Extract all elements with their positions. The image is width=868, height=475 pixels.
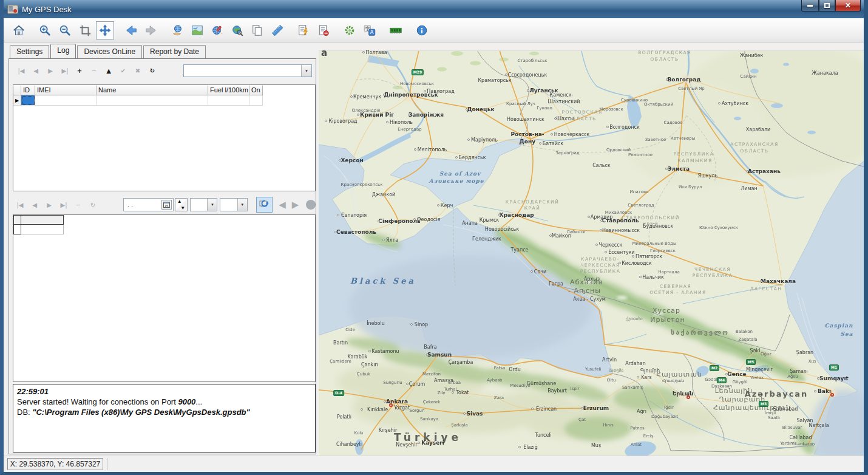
settings-gear-icon[interactable] [341,21,359,39]
capital-marker [389,403,393,407]
close-button[interactable]: ✕ [835,0,861,12]
nav-last-button[interactable]: ▶| [58,64,72,77]
cell-fuel[interactable] [208,95,249,106]
city-dot [339,159,341,162]
map-label: Neftçala [809,423,829,428]
nav-prior-button[interactable]: ◀ [27,198,42,211]
device-filter-value [184,65,301,77]
chevron-down-icon[interactable]: ▼ [207,199,217,211]
title-bar[interactable]: My GPS Desk ✕ [0,0,868,18]
info-icon[interactable] [413,21,431,39]
column-header-imei[interactable]: IMEI [35,85,97,95]
sort-direction-button[interactable]: ▲▼ [175,198,188,211]
restore-button[interactable] [819,0,835,12]
grid-indicator-header [13,85,21,95]
forward-icon[interactable] [142,21,160,39]
date-field[interactable]: . . 15 [123,198,174,211]
map-label: Октябрьский [644,102,673,107]
map-label: Светлоград [628,203,654,208]
translate-icon[interactable]: 字A [361,21,379,39]
server-log[interactable]: 22:59:01 Server started! Waiting for con… [13,384,316,453]
column-header-id[interactable]: ID [21,85,35,95]
globe-search-icon[interactable] [228,21,246,39]
select-area-icon[interactable] [76,21,94,39]
map-label: Аква - Сухум [573,296,606,302]
map-label: ДАГЕСТАН [750,286,782,292]
map-label: Sivas [467,411,483,417]
cell-id[interactable] [21,95,35,106]
tab-report-by-date[interactable]: Report by Date [143,45,206,58]
column-header-fuel-l-100km[interactable]: Fuel l/100km [208,85,249,95]
prev-point-icon[interactable]: ◀ [279,199,286,210]
map-label: Cihanbeyli [336,442,362,447]
log-timestamp: 22:59:01 [17,387,49,396]
device-filter-combo[interactable]: ▼ [183,64,312,77]
nav-last-button[interactable]: ▶| [56,198,71,211]
nav-cancel-button[interactable]: ✖ [131,64,145,77]
report-lightning-icon[interactable] [294,21,313,39]
nav-edit-button[interactable]: ▲ [101,64,116,77]
hour-combo[interactable]: ▼ [190,198,217,211]
nav-delete-button[interactable]: − [71,198,86,211]
map-label: Ремонтное [628,152,653,157]
chevron-down-icon[interactable]: ▼ [237,199,247,211]
map-label: ОБЛАСТЬ [568,116,596,121]
tab-log[interactable]: Log [50,44,76,58]
devices-grid[interactable]: IDIMEINameFuel l/100kmOn ▶ [13,84,316,191]
cell-imei[interactable] [35,95,97,106]
map-image-icon[interactable] [188,21,206,39]
pan-icon[interactable] [96,21,114,39]
map-view[interactable]: aSea of AzovАзовське мореBlack SeaCaspia… [319,43,867,456]
nav-next-button[interactable]: ▶ [43,64,58,77]
report-remove-icon[interactable] [314,21,333,39]
minimize-button[interactable] [801,0,819,12]
back-icon[interactable] [122,21,140,39]
map-label: Бердянськ [458,155,486,160]
cell-on[interactable] [249,95,263,106]
ruler-icon[interactable] [268,21,287,39]
nav-refresh-button[interactable]: ↻ [86,198,100,211]
map-label: Керч [441,203,453,208]
table-row[interactable]: ▶ [13,95,315,106]
globe-hand-icon[interactable] [168,21,186,39]
log-port: 9000 [178,397,195,406]
play-track-button[interactable] [306,200,316,210]
nav-first-button[interactable]: |◀ [14,64,29,77]
memory-icon[interactable] [387,21,405,39]
show-track-on-map-button[interactable] [256,197,273,213]
map-label: Ахтубинск [722,101,748,106]
tab-devices-online[interactable]: Devices OnLine [77,45,142,58]
copy-icon[interactable] [248,21,266,39]
track-grid-indicator-header [13,215,21,225]
calendar-button[interactable]: 15 [161,200,172,210]
nav-refresh-button[interactable]: ↻ [145,64,160,77]
next-point-icon[interactable]: ▶ [292,199,299,210]
map-label: Çarşamba [449,360,473,365]
tab-settings[interactable]: Settings [10,45,49,58]
track-grid-row[interactable] [13,225,315,234]
minute-combo[interactable]: ▼ [220,198,247,211]
map-label: Яшкуль [698,173,717,179]
nav-prior-button[interactable]: ◀ [29,64,43,77]
nav-delete-button[interactable]: − [87,64,101,77]
track-grid-cell[interactable] [21,225,64,234]
column-header-on[interactable]: On [249,85,263,95]
track-grid-column-header[interactable] [21,215,64,225]
home-icon[interactable] [10,21,28,39]
map-label: Sarıkaya [420,417,438,422]
nav-first-button[interactable]: |◀ [13,198,27,211]
nav-next-button[interactable]: ▶ [42,198,56,211]
chevron-down-icon[interactable]: ▼ [301,65,311,77]
map-label: Sungurlu [383,380,402,385]
city-dot [554,117,557,120]
cell-name[interactable] [97,95,208,106]
road-shield: M1 [829,364,839,371]
map-label: Невинномысск [602,228,640,233]
zoom-in-icon[interactable] [36,21,54,39]
map-label: Göygöl [733,380,748,384]
zoom-out-icon[interactable] [56,21,74,39]
nav-post-button[interactable]: ✔ [116,64,131,77]
globe-edit-icon[interactable] [208,21,226,39]
column-header-name[interactable]: Name [97,85,208,95]
nav-insert-button[interactable]: + [72,64,87,77]
